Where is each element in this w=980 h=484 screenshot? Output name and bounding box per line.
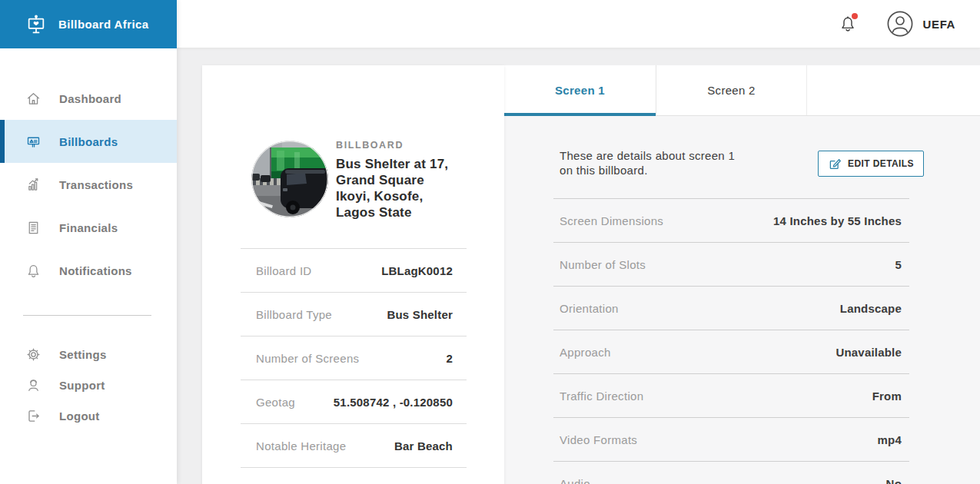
sidebar-item-settings[interactable]: Settings: [0, 339, 177, 370]
user-name: UEFA: [923, 18, 955, 31]
brand-logo[interactable]: Billboard Africa: [0, 0, 177, 48]
detail-row-notable-heritage: Notable Heritage Bar Beach: [241, 423, 467, 467]
app-window: UEFA Billboard Africa: [0, 0, 980, 484]
sidebar: Billboard Africa Dashboard: [0, 0, 177, 484]
screen-panel-body: These are details about screen 1 on this…: [504, 116, 980, 484]
sidebar-item-label: Dashboard: [59, 92, 121, 105]
logout-icon: [25, 408, 42, 424]
billboard-icon: [25, 134, 42, 150]
screen-description: These are details about screen 1 on this…: [560, 148, 735, 177]
detail-row-number-of-slots: Number of Slots 5: [553, 242, 909, 286]
screen-tabs: Screen 1 Screen 2: [504, 65, 980, 116]
billboard-card: BILLBOARD Bus Shelter at 17, Grand Squar…: [202, 65, 504, 484]
support-person-icon: [25, 377, 42, 393]
sidebar-item-label: Logout: [59, 409, 100, 423]
billboard-photo: [251, 141, 328, 217]
billboard-eyebrow-label: BILLBOARD: [336, 140, 486, 151]
billboard-details-list: Billoard ID LBLagK0012 Billboard Type Bu…: [241, 248, 467, 468]
billboard-card-header: BILLBOARD Bus Shelter at 17, Grand Squar…: [336, 140, 486, 220]
sidebar-item-label: Support: [59, 379, 105, 392]
sidebar-item-label: Settings: [59, 348, 107, 361]
user-menu[interactable]: UEFA: [886, 10, 955, 38]
notification-badge: [852, 13, 858, 19]
screen-details-list: Screen Dimensions 14 Inches by 55 Inches…: [553, 198, 909, 484]
transactions-chart-icon: [25, 177, 42, 193]
sidebar-item-label: Transactions: [59, 178, 133, 191]
sidebar-item-notifications[interactable]: Notifications: [0, 249, 177, 292]
sidebar-item-transactions[interactable]: Transactions: [0, 163, 177, 206]
bell-icon: [25, 263, 42, 279]
detail-row-number-of-screens: Number of Screens 2: [241, 336, 467, 380]
gear-icon: [25, 346, 42, 363]
detail-row-screen-dimensions: Screen Dimensions 14 Inches by 55 Inches: [553, 198, 909, 242]
sidebar-item-support[interactable]: Support: [0, 370, 177, 400]
notifications-bell-button[interactable]: [839, 15, 857, 33]
sidebar-item-dashboard[interactable]: Dashboard: [0, 77, 177, 120]
financials-document-icon: [25, 220, 42, 236]
detail-row-orientation: Orientation Landscape: [553, 286, 909, 330]
edit-details-button[interactable]: EDIT DETAILS: [818, 151, 924, 177]
sidebar-item-label: Financials: [59, 221, 118, 234]
sidebar-nav: Dashboard Billboards: [0, 48, 177, 431]
detail-row-billboard-type: Billboard Type Bus Shelter: [241, 292, 467, 336]
detail-row-billboard-id: Billoard ID LBLagK0012: [241, 248, 467, 292]
sidebar-item-logout[interactable]: Logout: [0, 400, 177, 431]
edit-pencil-icon: [828, 157, 842, 171]
detail-row-video-formats: Video Formats mp4: [553, 417, 909, 461]
avatar-icon: [886, 10, 914, 38]
billboard-title: Bus Shelter at 17, Grand Square Ikoyi, K…: [336, 156, 486, 220]
sidebar-item-billboards[interactable]: Billboards: [0, 120, 177, 163]
detail-row-traffic-direction: Traffic Direction From: [553, 373, 909, 417]
detail-row-approach: Approach Unavailable: [553, 330, 909, 373]
top-bar: UEFA: [177, 0, 980, 48]
screen-detail-panel: Screen 1 Screen 2 These are details abou…: [504, 65, 980, 484]
sidebar-divider: [23, 315, 151, 316]
tab-screen-2[interactable]: Screen 2: [656, 65, 807, 115]
sidebar-item-label: Notifications: [59, 264, 132, 277]
detail-row-audio: Audio No: [553, 461, 909, 484]
sidebar-item-label: Billboards: [59, 135, 118, 148]
billboard-logo-icon: [25, 14, 47, 35]
detail-row-geotag: Geotag 51.508742 , -0.120850: [241, 380, 467, 423]
tab-screen-1[interactable]: Screen 1: [504, 65, 656, 115]
brand-name: Billboard Africa: [58, 18, 149, 31]
sidebar-item-financials[interactable]: Financials: [0, 206, 177, 249]
home-icon: [25, 91, 42, 107]
